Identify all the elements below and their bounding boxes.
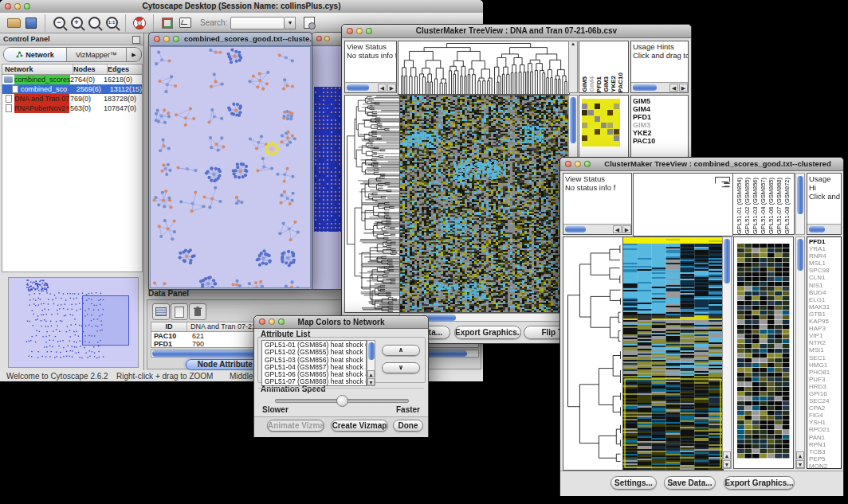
- treeview2-titlebar[interactable]: ClusterMaker TreeView : combined_scores_…: [560, 158, 843, 171]
- tab-network[interactable]: Network: [4, 48, 67, 61]
- tv2-settings-button[interactable]: Settings...: [610, 476, 657, 490]
- gene-label[interactable]: PAN1: [807, 434, 841, 441]
- open-file-icon[interactable]: [5, 15, 22, 31]
- minimize-button[interactable]: [575, 161, 581, 167]
- close-button[interactable]: [154, 36, 160, 42]
- zoom-selected-icon[interactable]: [85, 15, 103, 31]
- treeview1-titlebar[interactable]: ClusterMaker TreeView : DNA and Tran 07-…: [342, 25, 691, 38]
- network-row-combined-scores[interactable]: combined_scores 2764(0) 16218(0): [2, 75, 142, 84]
- gene-label[interactable]: KAP95: [807, 318, 841, 325]
- tv2-save-data-button[interactable]: Save Data...: [664, 476, 716, 490]
- close-button[interactable]: [316, 36, 322, 41]
- col-header-edges[interactable]: Edges: [108, 64, 142, 74]
- zoom-fit-icon[interactable]: 1:1: [103, 15, 120, 31]
- gene-label[interactable]: GPI16: [807, 390, 841, 397]
- minimize-button[interactable]: [163, 36, 170, 42]
- gene-label[interactable]: CLN1: [807, 274, 841, 281]
- tv2-zoom-heatmap[interactable]: [737, 244, 790, 459]
- gene-label[interactable]: RPO21: [807, 426, 841, 433]
- tv1-status-scrollbar[interactable]: ◀ ▶: [345, 82, 396, 92]
- gene-label[interactable]: GIM5: [631, 97, 688, 105]
- tv2-gene-list[interactable]: PFD1YRA1RNR4MSL1SPC98CLN1NIS1BUD4ELG1MAK…: [807, 236, 842, 469]
- network-window-titlebar[interactable]: combined_scores_good.txt--cluste...: [149, 33, 312, 46]
- tv1-mini-heatmap[interactable]: [582, 99, 620, 147]
- tv2-status-scrollbar[interactable]: ◀ ▶: [563, 224, 631, 234]
- tv1-column-dendrogram[interactable]: [398, 41, 570, 95]
- gene-label[interactable]: TCB3: [807, 448, 841, 455]
- attribute-list-vscrollbar[interactable]: ▲ ▼: [367, 340, 375, 386]
- close-button[interactable]: [259, 318, 265, 325]
- annotation-icon[interactable]: [176, 15, 194, 31]
- attribute-browser-icon[interactable]: [300, 15, 318, 31]
- tv2-zoom-vscrollbar[interactable]: ▲ ▼: [795, 236, 805, 469]
- gene-label[interactable]: PUF3: [807, 376, 841, 383]
- tv1-row-dendrogram[interactable]: [344, 95, 401, 313]
- done-button[interactable]: Done: [393, 420, 423, 432]
- float-panel-icon[interactable]: [132, 36, 140, 44]
- minimize-button[interactable]: [356, 28, 363, 34]
- zoom-button[interactable]: [584, 161, 591, 167]
- minimize-button[interactable]: [269, 318, 275, 325]
- gene-label[interactable]: YRA1: [807, 245, 841, 252]
- tv2-usage-scrollbar[interactable]: [807, 224, 841, 234]
- gene-label[interactable]: PFD1: [631, 113, 688, 121]
- gene-label[interactable]: ELG1: [807, 296, 841, 303]
- gene-label[interactable]: PAC10: [631, 137, 688, 145]
- gene-label[interactable]: SPC98: [807, 267, 841, 274]
- tab-more-arrow[interactable]: ▶: [127, 48, 141, 61]
- animate-vizmap-button[interactable]: Animate Vizmap: [267, 420, 324, 432]
- gene-label[interactable]: RNR4: [807, 252, 841, 260]
- zoom-out-icon[interactable]: −: [50, 15, 68, 31]
- slider-thumb[interactable]: [336, 395, 348, 407]
- zoom-button[interactable]: [278, 318, 285, 325]
- tv2-heatmap-vscrollbar[interactable]: ▲ ▼: [722, 236, 732, 469]
- dialog-titlebar[interactable]: Map Colors to Network: [254, 316, 428, 329]
- col-header-nodes[interactable]: Nodes: [73, 64, 108, 74]
- birdseye-view[interactable]: [8, 277, 139, 368]
- gene-label[interactable]: PEP5: [807, 455, 841, 463]
- id-column-header[interactable]: ID: [151, 322, 187, 331]
- gene-label[interactable]: PFD1: [807, 238, 841, 245]
- minimize-button[interactable]: [324, 36, 330, 41]
- gene-label[interactable]: FIG4: [807, 412, 841, 419]
- tv2-row-dendrogram[interactable]: [563, 236, 624, 471]
- gene-label[interactable]: NIS1: [807, 282, 841, 289]
- gene-label[interactable]: CPA2: [807, 404, 841, 412]
- zoom-button[interactable]: [24, 3, 30, 10]
- col-header-network[interactable]: Network: [2, 64, 73, 74]
- tv2-column-dendrogram[interactable]: [633, 173, 733, 236]
- tv1-heatmap[interactable]: [399, 95, 570, 313]
- attribute-list[interactable]: GPL51-01 (GSM854) heat shock 05 minGPL51…: [261, 340, 367, 386]
- gene-label[interactable]: RPN1: [807, 441, 841, 448]
- create-vizmap-button[interactable]: Create Vizmap: [331, 420, 388, 432]
- delete-attribute-icon[interactable]: [189, 303, 206, 320]
- tv1-col-scroll-strip[interactable]: ▲: [568, 41, 578, 93]
- plugin-icon[interactable]: [159, 15, 176, 31]
- main-titlebar[interactable]: Cytoscape Desktop (Session Name: collins…: [0, 0, 483, 14]
- minimize-button[interactable]: [14, 3, 21, 10]
- gene-label[interactable]: GTB1: [807, 311, 841, 318]
- move-down-button[interactable]: ∨: [382, 362, 420, 373]
- zoom-button[interactable]: [366, 28, 372, 34]
- gene-label[interactable]: YSH1: [807, 419, 841, 426]
- new-attribute-icon[interactable]: [171, 303, 188, 320]
- gene-label[interactable]: GIM4: [631, 105, 688, 113]
- tab-vizmapper[interactable]: VizMapper™: [67, 48, 127, 61]
- tv1-usage-scrollbar[interactable]: ◀ ▶: [631, 82, 688, 92]
- tv2-collabel-vscrollbar[interactable]: [795, 173, 805, 235]
- help-lifering-icon[interactable]: [131, 15, 148, 31]
- close-button[interactable]: [565, 161, 571, 167]
- create-table-icon[interactable]: [152, 303, 170, 320]
- network-row-rnapuber[interactable]: RNAPuberNov2+ 563(0) 107847(0): [2, 104, 142, 113]
- gene-label[interactable]: MON2: [807, 463, 841, 469]
- gene-label[interactable]: PHO81: [807, 369, 841, 376]
- network-row-dna-tran[interactable]: DNA and Tran 07 769(0) 183728(0): [2, 94, 142, 104]
- zoom-button[interactable]: [173, 36, 179, 42]
- gene-label[interactable]: GIM3: [631, 121, 688, 129]
- gene-label[interactable]: HAP3: [807, 325, 841, 332]
- network-row-selected[interactable]: combined_sco 2569(6) 13112(15): [2, 84, 142, 94]
- gene-label[interactable]: HRD3: [807, 383, 841, 390]
- gene-label[interactable]: HMG1: [807, 361, 841, 369]
- zoom-in-icon[interactable]: +: [68, 15, 85, 31]
- network-matrix-view[interactable]: [314, 87, 342, 232]
